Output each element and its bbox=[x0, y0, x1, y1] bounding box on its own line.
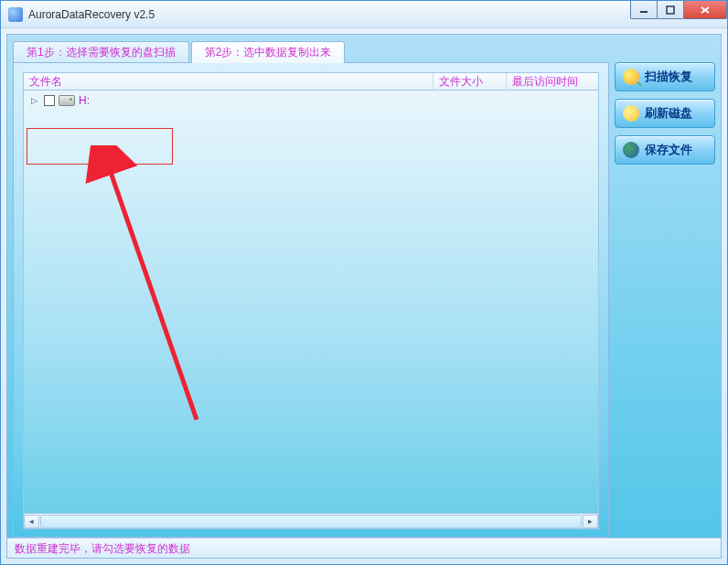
file-tree: ▷ H: bbox=[23, 91, 599, 514]
column-filesize[interactable]: 文件大小 bbox=[434, 73, 507, 90]
horizontal-scrollbar[interactable]: ◂ ▸ bbox=[23, 514, 599, 529]
tab-step2[interactable]: 第2步：选中数据复制出来 bbox=[191, 41, 346, 63]
close-button[interactable] bbox=[683, 1, 727, 19]
window-controls bbox=[631, 1, 727, 19]
tree-row-drive[interactable]: ▷ H: bbox=[24, 91, 598, 111]
svg-rect-1 bbox=[667, 6, 674, 14]
app-icon bbox=[8, 7, 23, 22]
content-panel: 文件名 文件大小 最后访问时间 ▷ H: ◂ ▸ bbox=[13, 62, 609, 538]
app-window: AuroraDataRecovery v2.5 第1步：选择需要恢复的盘扫描 第… bbox=[0, 0, 728, 565]
status-bar: 数据重建完毕，请勾选要恢复的数据 bbox=[7, 538, 721, 558]
scroll-thumb[interactable] bbox=[40, 515, 582, 528]
close-icon bbox=[700, 5, 711, 15]
main-row: 文件名 文件大小 最后访问时间 ▷ H: ◂ ▸ bbox=[13, 62, 715, 538]
column-lastaccess[interactable]: 最后访问时间 bbox=[507, 73, 598, 90]
refresh-disk-button[interactable]: 刷新磁盘 bbox=[615, 99, 715, 128]
list-header: 文件名 文件大小 最后访问时间 bbox=[23, 72, 599, 91]
magnify-icon bbox=[623, 69, 639, 85]
minimize-button[interactable] bbox=[630, 1, 658, 19]
scroll-right-button[interactable]: ▸ bbox=[583, 515, 598, 528]
save-file-button[interactable]: 保存文件 bbox=[615, 135, 715, 165]
expand-icon[interactable]: ▷ bbox=[31, 96, 40, 105]
side-panel: 扫描恢复 刷新磁盘 保存文件 bbox=[615, 62, 715, 538]
tab-step1[interactable]: 第1步：选择需要恢复的盘扫描 bbox=[13, 41, 189, 63]
save-file-label: 保存文件 bbox=[645, 142, 692, 158]
scan-recover-label: 扫描恢复 bbox=[645, 69, 692, 85]
scroll-left-button[interactable]: ◂ bbox=[24, 515, 39, 528]
refresh-icon bbox=[623, 105, 639, 122]
maximize-icon bbox=[666, 5, 675, 15]
minimize-icon bbox=[639, 5, 648, 15]
drive-label: H: bbox=[79, 94, 90, 107]
save-icon bbox=[623, 142, 639, 158]
refresh-disk-label: 刷新磁盘 bbox=[645, 105, 692, 122]
maximize-button[interactable] bbox=[657, 1, 684, 19]
drive-icon bbox=[59, 95, 75, 106]
client-area: 第1步：选择需要恢复的盘扫描 第2步：选中数据复制出来 文件名 文件大小 最后访… bbox=[6, 34, 722, 559]
window-title: AuroraDataRecovery v2.5 bbox=[28, 8, 155, 21]
tabs-row: 第1步：选择需要恢复的盘扫描 第2步：选中数据复制出来 bbox=[13, 40, 715, 62]
column-filename[interactable]: 文件名 bbox=[24, 73, 434, 90]
title-bar[interactable]: AuroraDataRecovery v2.5 bbox=[1, 1, 727, 28]
scan-recover-button[interactable]: 扫描恢复 bbox=[615, 62, 715, 91]
checkbox[interactable] bbox=[44, 95, 55, 106]
